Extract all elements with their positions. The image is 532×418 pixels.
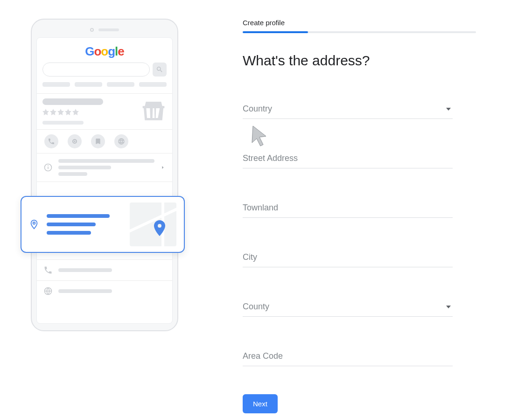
website-icon — [114, 134, 128, 148]
info-list-item — [37, 153, 172, 181]
progress-fill — [243, 31, 308, 33]
action-buttons — [37, 130, 172, 153]
business-result — [37, 94, 172, 129]
areacode-input[interactable]: Area Code — [243, 350, 453, 366]
phone-icon — [43, 265, 53, 275]
phone-frame: Google — [31, 19, 178, 331]
city-input[interactable]: City — [243, 251, 453, 267]
phone-list-item — [37, 259, 172, 280]
mini-map — [130, 202, 176, 246]
street-input[interactable]: Street Address — [243, 153, 453, 168]
progress-bar — [243, 31, 476, 33]
save-icon — [91, 134, 105, 148]
address-highlight-card — [21, 196, 185, 253]
next-button[interactable]: Next — [243, 394, 278, 413]
call-icon — [44, 134, 58, 148]
phone-notch — [36, 25, 173, 35]
phone-illustration: Google — [0, 0, 215, 355]
address-form: Create profile What's the address? Count… — [215, 0, 532, 418]
svg-rect-1 — [48, 167, 49, 169]
star-rating — [42, 109, 103, 115]
filter-pills — [37, 82, 172, 93]
svg-point-5 — [33, 222, 35, 224]
storefront-icon — [140, 98, 167, 125]
phone-screen: Google — [36, 37, 173, 324]
country-select[interactable]: Country — [243, 103, 453, 119]
location-pin-outline-icon — [29, 219, 39, 230]
chevron-down-icon — [446, 305, 451, 309]
townland-input[interactable]: Townland — [243, 202, 453, 218]
cursor-icon — [251, 125, 270, 147]
globe-icon — [43, 286, 53, 296]
form-title: What's the address? — [243, 53, 476, 69]
google-logo: Google — [37, 38, 172, 63]
chevron-down-icon — [446, 107, 451, 111]
chevron-right-icon — [160, 165, 166, 170]
county-select[interactable]: County — [243, 301, 453, 317]
search-box-placeholder — [42, 63, 150, 77]
step-label: Create profile — [243, 19, 476, 27]
svg-rect-2 — [48, 165, 49, 166]
directions-icon — [68, 134, 82, 148]
map-pin-icon — [154, 220, 165, 236]
website-list-item — [37, 280, 172, 301]
info-icon — [43, 163, 53, 172]
search-icon — [153, 63, 167, 77]
